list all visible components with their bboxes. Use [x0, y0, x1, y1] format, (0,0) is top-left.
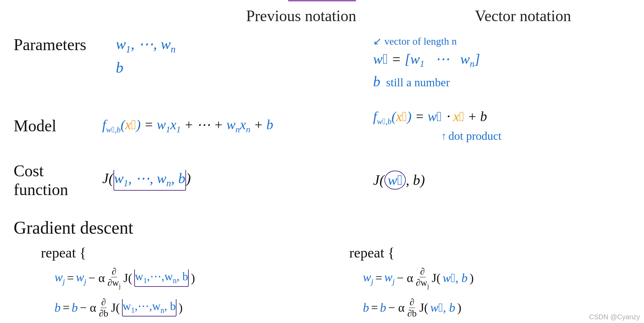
eq-sign-2: =	[63, 300, 70, 315]
watermark: CSDN @Cyanzy	[589, 313, 640, 321]
top-decorative-line	[288, 0, 356, 1]
header-row: Previous notation Vector notation	[14, 7, 630, 25]
vector-length-annotation: vector of length n	[384, 35, 457, 47]
up-arrow-icon: ↑	[441, 130, 446, 142]
parameters-prev: w1, ⋯, wn b	[89, 35, 359, 76]
frac-num-b: ∂	[101, 297, 107, 308]
parameters-row: Parameters w1, ⋯, wn b ↙ vector of lengt…	[14, 35, 630, 90]
b-rhs-vec: b	[380, 300, 386, 315]
b-rhs-prev: b	[72, 300, 78, 315]
equals-sign: =	[392, 51, 405, 67]
cost-function-vec: J(w⃗, b)	[359, 171, 630, 190]
minus-alpha-v2: − α	[388, 300, 404, 315]
frac-den-b: ∂b	[98, 308, 109, 319]
gradient-descent-body: repeat { wj = wj − α ∂ ∂wj J(w1,⋯,wn, b)	[14, 245, 630, 323]
wj-J-args-prev: w1,⋯,wn, b	[134, 269, 189, 287]
dot-product-text: dot product	[448, 130, 502, 143]
vector-notation-title: Vector notation	[475, 7, 571, 25]
wj-rhs-vec: wj	[384, 270, 395, 286]
w-vec-symbol: w⃗	[373, 51, 388, 67]
gradient-prev-equations: wj = wj − α ∂ ∂wj J(w1,⋯,wn, b) b =	[41, 266, 322, 319]
eq-sign-v2: =	[371, 300, 378, 315]
repeat-label-vec: repeat {	[349, 245, 630, 261]
repeat-label-prev: repeat {	[41, 245, 322, 261]
w-vector-formula: w⃗ = [w1 ⋯ wn]	[373, 50, 630, 69]
w-params: w1, ⋯, wn	[116, 36, 175, 53]
J-close-v1: )	[470, 271, 474, 285]
J-close-1: )	[191, 271, 195, 285]
model-prev: fw⃗,b(x⃗) = w1x1 + ⋯ + wnxn + b	[89, 117, 359, 135]
J-label-1: J(	[123, 271, 132, 285]
b-still-number: b still a number	[373, 73, 630, 90]
cost-function-label: Cost function	[14, 161, 89, 199]
b-lhs-vec: b	[363, 300, 369, 315]
J-label-v2: J(	[419, 300, 428, 315]
partial-wj-frac-vec: ∂ ∂wj	[415, 266, 430, 290]
frac-num: ∂	[111, 266, 117, 277]
parameters-label: Parameters	[14, 35, 89, 54]
b-equation-prev: b = b − α ∂ ∂b J(w1,⋯,wn, b)	[55, 297, 322, 319]
curved-arrow-icon: ↙	[373, 35, 382, 47]
cost-function-prev: J(w1, ⋯, wn, b)	[89, 170, 359, 190]
J-label-2: J(	[111, 300, 120, 315]
cost-prev-formula: J(w1, ⋯, wn, b)	[102, 170, 359, 190]
frac-den-v2: ∂b	[407, 308, 417, 319]
minus-alpha-2: − α	[80, 300, 96, 315]
wj-rhs-prev: wj	[76, 270, 87, 286]
model-row: Model fw⃗,b(x⃗) = w1x1 + ⋯ + wnxn + b fw…	[14, 108, 630, 143]
parameters-prev-w: w1, ⋯, wn	[116, 35, 359, 55]
b-param: b	[116, 59, 123, 76]
gradient-prev: repeat { wj = wj − α ∂ ∂wj J(w1,⋯,wn, b)	[14, 245, 322, 323]
dot-product-annotation-row: ↑ dot product	[441, 130, 630, 143]
minus-alpha-v1: − α	[397, 271, 413, 285]
wj-equation-prev: wj = wj − α ∂ ∂wj J(w1,⋯,wn, b)	[55, 266, 322, 290]
b-J-args-prev: w1,⋯,wn, b	[122, 299, 177, 317]
J-close-v2: )	[457, 300, 461, 315]
eq-sign-1: =	[67, 271, 74, 285]
b-lhs-prev: b	[55, 300, 61, 315]
eq-sign-v1: =	[375, 271, 382, 285]
J-label-v1: J(	[432, 271, 441, 285]
gradient-descent-label: Gradient descent	[14, 218, 630, 238]
gradient-descent-section: Gradient descent repeat { wj = wj − α ∂ …	[14, 218, 630, 323]
cost-function-row: Cost function J(w1, ⋯, wn, b) J(w⃗, b)	[14, 161, 630, 199]
still-a-number-text: still a number	[383, 76, 450, 89]
wj-lhs-vec: wj	[363, 270, 373, 286]
wj-equation-vec: wj = wj − α ∂ ∂wj J(w⃗, b)	[363, 266, 630, 290]
partial-b-frac-vec: ∂ ∂b	[407, 297, 417, 319]
parameters-prev-b: b	[116, 59, 359, 76]
frac-num-v2: ∂	[409, 297, 415, 308]
model-vec-formula: fw⃗,b(x⃗) = w⃗ ⋅ x⃗ + b	[373, 108, 630, 126]
previous-notation-title: Previous notation	[246, 7, 356, 25]
J-close-2: )	[179, 300, 183, 315]
gradient-vec-equations: wj = wj − α ∂ ∂wj J(w⃗, b) b =	[349, 266, 630, 319]
frac-num-v1: ∂	[419, 266, 426, 277]
gradient-vec: repeat { wj = wj − α ∂ ∂wj J(w⃗, b)	[322, 245, 630, 323]
frac-den: ∂wj	[107, 277, 121, 290]
vec-annotation-row: ↙ vector of length n	[373, 35, 630, 47]
wj-lhs-prev: wj	[55, 270, 65, 286]
b-vec-param: b	[373, 74, 380, 89]
partial-b-frac-prev: ∂ ∂b	[98, 297, 109, 319]
cost-vec-formula: J(w⃗, b)	[373, 171, 630, 190]
partial-wj-frac-prev: ∂ ∂wj	[107, 266, 121, 290]
minus-alpha-1: − α	[88, 271, 105, 285]
page-container: Previous notation Vector notation Parame…	[0, 0, 644, 323]
b-vec-J-args: w⃗, b	[430, 300, 455, 315]
model-prev-formula: fw⃗,b(x⃗) = w1x1 + ⋯ + wnxn + b	[102, 117, 359, 135]
wj-vec-J-args: w⃗, b	[443, 271, 467, 285]
w-vec-bracket: [w1 ⋯ wn]	[405, 51, 480, 67]
frac-den-v1: ∂wj	[415, 277, 430, 290]
model-label: Model	[14, 116, 89, 135]
model-vec: fw⃗,b(x⃗) = w⃗ ⋅ x⃗ + b ↑ dot product	[359, 108, 630, 143]
parameters-vec: ↙ vector of length n w⃗ = [w1 ⋯ wn] b st…	[359, 35, 630, 90]
